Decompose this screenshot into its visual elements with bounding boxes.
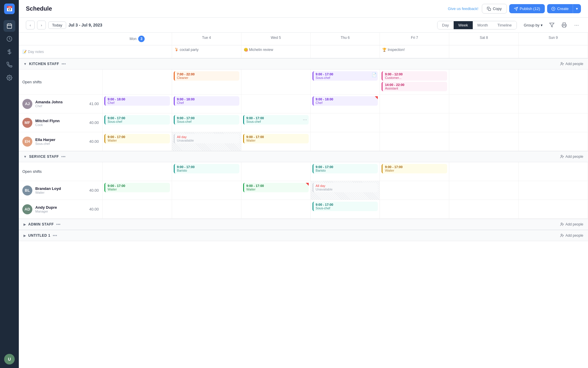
kitchen-open-sun[interactable] <box>519 69 588 95</box>
print-button[interactable] <box>560 21 569 29</box>
today-button[interactable]: Today <box>48 21 66 29</box>
shift-block[interactable]: 9:00 - 17:00 Waiter <box>243 183 309 192</box>
kitchen-open-mon[interactable] <box>103 69 172 95</box>
shift-block[interactable]: 9:00 - 17:00 Baristo <box>313 164 378 173</box>
kitchen-add-people[interactable]: Add people <box>560 62 583 66</box>
ella-fri[interactable] <box>380 132 449 151</box>
shift-block[interactable]: 9:00 - 17:00 Waiter <box>243 134 309 143</box>
shift-block[interactable]: 9:00 - 12:00 Customer... <box>382 71 447 81</box>
filter-button[interactable] <box>547 21 556 29</box>
sidebar-item-billing[interactable] <box>4 46 15 58</box>
day-notes-wed[interactable]: 😋 Michelin review <box>241 45 311 58</box>
service-menu[interactable]: ••• <box>61 154 66 159</box>
prev-week-button[interactable]: ‹ <box>26 21 35 29</box>
feedback-link[interactable]: Give us feedback! <box>448 6 478 11</box>
admin-toggle[interactable]: ▶ <box>24 223 26 226</box>
ella-sun[interactable] <box>519 132 588 151</box>
brandan-mon[interactable]: 9:00 - 17:00 Waiter <box>103 181 172 200</box>
brandan-sat[interactable] <box>449 181 519 200</box>
mitchel-sat[interactable] <box>449 113 519 132</box>
service-open-tue[interactable]: 9:00 - 17:00 Baristo <box>172 162 241 181</box>
brandan-sun[interactable] <box>519 181 588 200</box>
sidebar-item-settings[interactable] <box>4 72 15 84</box>
more-options-button[interactable]: ⋯ <box>572 21 581 29</box>
brandan-tue[interactable] <box>172 181 241 200</box>
ella-tue[interactable]: All day Unavailable <box>172 132 241 151</box>
user-avatar[interactable]: U <box>4 354 15 364</box>
tab-day[interactable]: Day <box>437 21 454 29</box>
service-add-people[interactable]: Add people <box>560 155 583 159</box>
admin-add-people[interactable]: Add people <box>560 222 583 226</box>
mitchel-mon[interactable]: 9:00 - 17:00 Sous-chef <box>103 113 172 132</box>
amanda-sat[interactable] <box>449 95 519 113</box>
shift-block[interactable]: 9:00 - 17:00 Waiter <box>104 183 170 192</box>
ella-sat[interactable] <box>449 132 519 151</box>
mitchel-fri[interactable] <box>380 113 449 132</box>
service-open-mon[interactable] <box>103 162 172 181</box>
kitchen-open-sat[interactable] <box>449 69 519 95</box>
brandan-fri[interactable] <box>380 181 449 200</box>
next-week-button[interactable]: › <box>37 21 46 29</box>
kitchen-open-thu[interactable]: 9:00 - 17:00 Sous-chef 📄 <box>311 69 380 95</box>
mitchel-thu[interactable] <box>311 113 380 132</box>
service-open-sun[interactable] <box>519 162 588 181</box>
service-open-fri[interactable]: 9:00 - 17:00 Waiter <box>380 162 449 181</box>
andy-wed[interactable] <box>241 200 311 219</box>
ella-mon[interactable]: 9:00 - 17:00 Waiter <box>103 132 172 151</box>
amanda-sun[interactable] <box>519 95 588 113</box>
mitchel-sun[interactable] <box>519 113 588 132</box>
shift-block[interactable]: 9:00 - 17:00 Waiter <box>382 164 447 173</box>
day-notes-sun[interactable] <box>519 45 588 58</box>
kitchen-menu[interactable]: ••• <box>61 62 66 66</box>
amanda-fri[interactable] <box>380 95 449 113</box>
andy-mon[interactable] <box>103 200 172 219</box>
andy-sun[interactable] <box>519 200 588 219</box>
brandan-wed[interactable]: 9:00 - 17:00 Waiter <box>241 181 311 200</box>
kitchen-open-fri[interactable]: 9:00 - 12:00 Customer... 14:00 - 22:00 A… <box>380 69 449 95</box>
untitled-menu[interactable]: ••• <box>53 233 57 238</box>
shift-block[interactable]: 9:00 - 17:00 Waiter <box>104 134 170 143</box>
day-notes-mon[interactable] <box>103 45 172 58</box>
more-options-icon[interactable]: ⋯ <box>303 117 307 122</box>
shift-block[interactable]: 9:00 - 17:00 Sous-chef ⋯ <box>243 115 309 125</box>
sidebar-item-schedule[interactable] <box>4 20 15 32</box>
untitled-toggle[interactable]: ▶ <box>24 234 26 238</box>
untitled-add-people[interactable]: Add people <box>560 233 583 238</box>
service-open-sat[interactable] <box>449 162 519 181</box>
ella-thu[interactable] <box>311 132 380 151</box>
day-notes-sat[interactable] <box>449 45 519 58</box>
shift-block[interactable]: 9:00 - 17:00 Sous-chef <box>313 202 378 211</box>
shift-block[interactable]: 9:00 - 17:00 Sous-chef <box>104 115 170 125</box>
shift-block[interactable]: 9:00 - 18:00 Chef <box>104 96 170 106</box>
andy-sat[interactable] <box>449 200 519 219</box>
tab-month[interactable]: Month <box>473 21 493 29</box>
amanda-thu[interactable]: 9:00 - 18:00 Chef <box>311 95 380 113</box>
kitchen-open-wed[interactable] <box>241 69 311 95</box>
shift-block[interactable]: 9:00 - 17:00 Sous-chef <box>174 115 239 125</box>
mitchel-tue[interactable]: 9:00 - 17:00 Sous-chef <box>172 113 241 132</box>
day-notes-thu[interactable] <box>311 45 380 58</box>
group-by-dropdown[interactable]: Group by ▾ <box>524 23 543 27</box>
day-notes-fri[interactable]: 🏆 Inspection! <box>380 45 449 58</box>
service-toggle[interactable]: ▼ <box>24 155 27 158</box>
andy-fri[interactable] <box>380 200 449 219</box>
shift-block[interactable]: 7:00 - 22:00 Cleaner <box>174 71 239 81</box>
service-open-wed[interactable] <box>241 162 311 181</box>
create-dropdown-button[interactable]: ▾ <box>573 4 581 13</box>
kitchen-open-tue[interactable]: 7:00 - 22:00 Cleaner <box>172 69 241 95</box>
shift-block[interactable]: 9:00 - 18:00 Chef <box>174 96 239 106</box>
kitchen-toggle[interactable]: ▼ <box>24 62 27 66</box>
tab-timeline[interactable]: Timeline <box>493 21 517 29</box>
brandan-thu[interactable]: All day Unavailable <box>311 181 380 200</box>
amanda-tue[interactable]: 9:00 - 18:00 Chef <box>172 95 241 113</box>
shift-block[interactable]: 9:00 - 18:00 Chef <box>313 96 378 106</box>
mitchel-wed[interactable]: 9:00 - 17:00 Sous-chef ⋯ <box>241 113 311 132</box>
amanda-mon[interactable]: 9:00 - 18:00 Chef <box>103 95 172 113</box>
admin-menu[interactable]: ••• <box>56 222 61 227</box>
ella-wed[interactable]: 9:00 - 17:00 Waiter <box>241 132 311 151</box>
shift-block[interactable]: 9:00 - 17:00 Sous-chef 📄 <box>313 71 378 81</box>
publish-button[interactable]: Publish (12) <box>509 4 545 13</box>
shift-block[interactable]: 9:00 - 17:00 Baristo <box>174 164 239 173</box>
andy-thu[interactable]: 9:00 - 17:00 Sous-chef <box>311 200 380 219</box>
shift-block-2[interactable]: 14:00 - 22:00 Assistant <box>382 82 447 91</box>
